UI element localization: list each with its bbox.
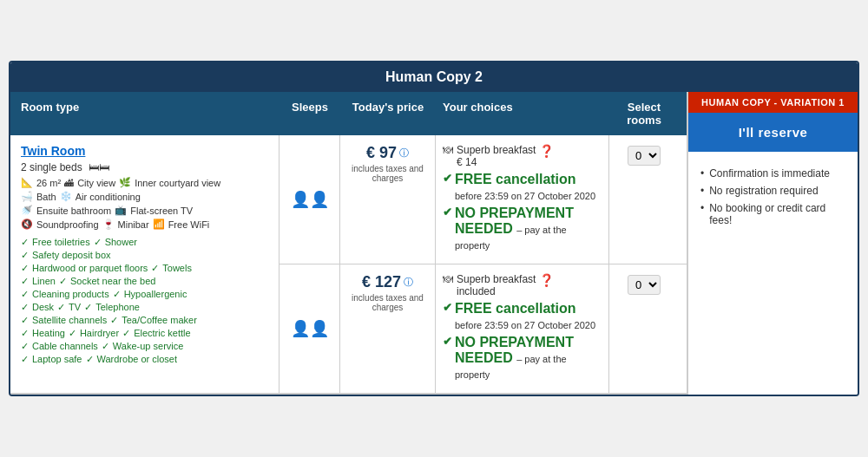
breakfast-icon-1: 🍽 [443,144,453,156]
option1-free-cancel: ✔ FREE cancellation before 23:59 on 27 O… [443,172,602,203]
room-features-row4: 🔇 Soundproofing 🍷 Minibar 📶 Free WiFi [21,219,268,230]
room-section: Twin Room 2 single beds 🛏🛏 📐 26 m² 🏙 Cit… [10,135,687,395]
ensuite-icon: 🚿 [21,205,33,216]
option1-no-prepay: ✔ NO PREPAYMENT NEEDED – pay at the prop… [443,206,602,252]
option2-free-cancel: ✔ FREE cancellation before 23:59 on 27 O… [443,301,602,332]
option2-free-cancel-label: FREE cancellation [455,301,576,316]
benefit-item-2: • No registration required [700,185,845,197]
amenity-row-6: ✓Desk ✓TV ✓Telephone [21,302,268,313]
option2-select[interactable]: 0 1 2 3 4 5 [628,275,661,295]
courtyard-icon: 🌿 [119,177,131,188]
sidebar: HUMAN COPY - VARIATION 1 I'll reserve • … [688,92,858,395]
amenities-list: ✓Free toiletries ✓Shower ✓Safety deposit… [21,237,268,365]
option1-breakfast-price: € 14 [457,156,477,168]
check-icon: ✓ [110,315,118,326]
option1-select-cell: 0 1 2 3 4 5 [609,135,679,264]
check-green-1: ✔ [443,172,452,185]
option1-breakfast: 🍽 Superb breakfast € 14 ❓ [443,144,602,168]
check-icon: ✓ [21,237,29,248]
amenity-row-4: ✓Linen ✓Socket near the bed [21,276,268,287]
room-features-row2: 🛁 Bath ❄️ Air conditioning [21,191,268,202]
minibar-icon: 🍷 [102,219,115,230]
option1-free-cancel-date: before 23:59 on 27 October 2020 [455,191,595,201]
option2-info-icon[interactable]: ⓘ [404,276,413,289]
option1-question-icon[interactable]: ❓ [539,144,554,158]
option1-choices-cell: 🍽 Superb breakfast € 14 ❓ ✔ [436,135,609,264]
option2-breakfast-label: Superb breakfast [457,273,536,285]
option2-breakfast: 🍽 Superb breakfast included ❓ [443,273,602,297]
option2-no-prepay: ✔ NO PREPAYMENT NEEDED – pay at the prop… [443,335,602,382]
check-icon: ✓ [21,328,29,339]
reserve-button[interactable]: I'll reserve [688,113,858,152]
area-icon: 📐 [21,177,33,188]
room-beds: 2 single beds 🛏🛏 [21,161,268,173]
check-icon: ✓ [59,276,67,287]
amenity-row-10: ✓Laptop safe ✓Wardrobe or closet [21,354,268,365]
check-icon: ✓ [113,289,121,300]
option2-price-note: includes taxes and charges [347,293,428,312]
check-icon: ✓ [21,354,29,365]
check-icon: ✓ [94,237,102,248]
check-icon: ✓ [57,302,65,313]
bullet-1: • [700,167,704,180]
option1-sleeps: 👤👤 [279,135,340,264]
check-icon: ✓ [21,341,29,352]
check-icon: ✓ [102,341,109,352]
check-icon: ✓ [21,315,29,326]
table-section: Room type Sleeps Today's price Your choi… [10,92,688,395]
ac-icon: ❄️ [60,191,72,202]
header-sleeps: Sleeps [279,92,340,135]
amenity-row-2: ✓Safety deposit box [21,250,268,261]
amenity-row-8: ✓Heating ✓Hairdryer ✓Electric kettle [21,328,268,339]
check-green-4: ✔ [443,335,452,348]
options-column: 👤👤 € 97 ⓘ includes taxes and charges [279,135,687,393]
option1-free-cancel-label: FREE cancellation [455,172,576,186]
main-container: Human Copy 2 Room type Sleeps Today's pr… [9,61,859,396]
page-title-bar: Human Copy 2 [10,62,858,92]
check-icon: ✓ [69,328,76,339]
amenity-row-3: ✓Hardwood or parquet floors ✓Towels [21,263,268,274]
bullet-2: • [700,185,704,197]
header-room-type: Room type [10,92,279,135]
header-select: Select rooms [609,92,679,135]
person-icons-2: 👤👤 [291,319,329,338]
room-first-row: Twin Room 2 single beds 🛏🛏 📐 26 m² 🏙 Cit… [10,135,687,394]
table-header: Room type Sleeps Today's price Your choi… [10,92,687,135]
benefit-label-1: Confirmation is immediate [709,167,830,180]
option-row-2: 👤👤 € 127 ⓘ includes taxes and charges [279,264,687,393]
check-icon: ✓ [86,354,94,365]
room-name[interactable]: Twin Room [21,144,268,158]
option2-sleeps: 👤👤 [279,264,340,393]
variation-badge: HUMAN COPY - VARIATION 1 [688,92,858,113]
benefit-label-2: No registration required [709,185,818,197]
option1-info-icon[interactable]: ⓘ [399,147,409,160]
check-icon: ✓ [21,276,29,287]
breakfast-icon-2: 🍽 [443,273,453,285]
check-icon: ✓ [21,263,29,274]
check-green-2: ✔ [443,206,452,219]
option1-select[interactable]: 0 1 2 3 4 5 [628,146,661,166]
check-icon: ✓ [151,263,159,274]
benefits-list: • Confirmation is immediate • No registr… [688,152,858,242]
amenity-row-5: ✓Cleaning products ✓Hypoallergenic [21,289,268,300]
soundproof-icon: 🔇 [21,219,33,230]
option2-free-cancel-date: before 23:59 on 27 October 2020 [455,320,595,330]
amenity-row-9: ✓Cable channels ✓Wake-up service [21,341,268,352]
room-info-cell: Twin Room 2 single beds 🛏🛏 📐 26 m² 🏙 Cit… [10,135,279,393]
amenity-row-7: ✓Satellite channels ✓Tea/Coffee maker [21,315,268,326]
bath-icon: 🛁 [21,191,33,202]
option2-price: € 127 [362,273,401,291]
tv-icon: 📺 [115,205,127,216]
check-icon: ✓ [21,250,29,261]
person-icons-1: 👤👤 [291,190,329,209]
check-green-3: ✔ [443,301,452,314]
amenity-row-1: ✓Free toiletries ✓Shower [21,237,268,248]
check-icon: ✓ [21,302,29,313]
header-price: Today's price [340,92,436,135]
check-icon: ✓ [21,289,29,300]
option2-breakfast-included: included [457,285,496,297]
option2-question-icon[interactable]: ❓ [539,273,554,287]
benefit-item-1: • Confirmation is immediate [700,167,845,180]
room-features-row3: 🚿 Ensuite bathroom 📺 Flat-screen TV [21,205,268,216]
option1-price-note: includes taxes and charges [347,164,428,183]
